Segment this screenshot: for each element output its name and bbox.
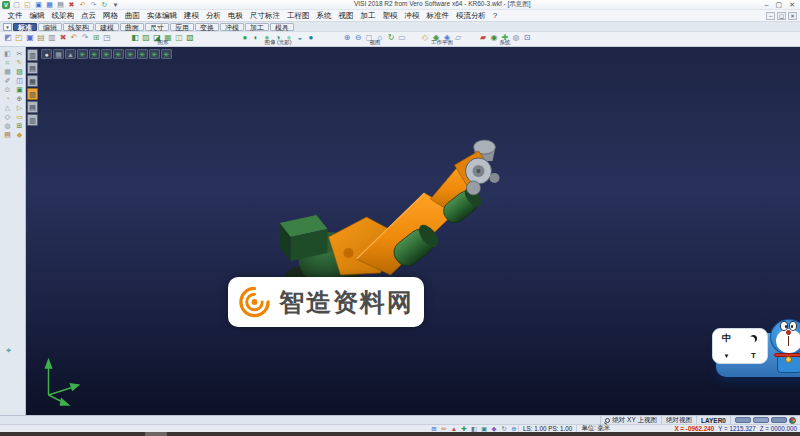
toolbar-tab[interactable]: 编辑 bbox=[38, 23, 62, 31]
toolbar-tab[interactable]: 尺寸 bbox=[145, 23, 169, 31]
menu-item[interactable]: 加工 bbox=[357, 11, 379, 21]
filter-icon[interactable]: ◍ bbox=[511, 33, 521, 43]
workplane-xy-icon[interactable]: ◇ bbox=[420, 33, 430, 43]
ime-text-tool-icon[interactable]: T bbox=[751, 351, 756, 360]
delete-icon[interactable]: ✖ bbox=[58, 33, 68, 43]
robot-model-3d[interactable] bbox=[26, 47, 800, 415]
menu-item[interactable]: 系统 bbox=[313, 11, 335, 21]
3d-viewport[interactable]: ▥▤▦▥▤▥ ●▦▲✳✳✳✳✳✳✳✳ bbox=[26, 47, 800, 415]
layer-filter-icon[interactable]: ✳ bbox=[149, 49, 160, 59]
menu-item[interactable]: 建模 bbox=[181, 11, 203, 21]
view-mode-segment[interactable]: 绝对 XY 上视图 bbox=[600, 416, 661, 424]
point-icon[interactable]: ⊙ bbox=[3, 86, 12, 94]
target-icon[interactable]: ⊕ bbox=[510, 425, 518, 432]
refresh-icon[interactable]: ↻ bbox=[500, 425, 508, 432]
menu-item[interactable]: 编辑 bbox=[26, 11, 48, 21]
layer-filter-icon[interactable]: ✳ bbox=[89, 49, 100, 59]
wireframe-icon[interactable]: ◧ bbox=[130, 33, 140, 43]
close-button[interactable]: ✕ bbox=[789, 0, 795, 9]
save-icon[interactable]: ▣ bbox=[25, 33, 35, 43]
open-file-icon[interactable]: ◱ bbox=[23, 0, 32, 9]
pan-icon[interactable]: ▭ bbox=[397, 33, 407, 43]
mask-filter-button[interactable]: ▥ bbox=[27, 49, 38, 61]
mdi-minimize-button[interactable]: – bbox=[766, 12, 775, 20]
zoom-out-icon[interactable]: ⊖ bbox=[353, 33, 363, 43]
mask-solids-button[interactable]: ▤ bbox=[27, 62, 38, 74]
menu-item[interactable]: 实体编辑 bbox=[144, 11, 181, 21]
redo-icon[interactable]: ↷ bbox=[80, 33, 90, 43]
minimize-button[interactable]: – bbox=[765, 0, 769, 9]
hidden-line-icon[interactable]: ▲ bbox=[65, 49, 76, 59]
edit-pencil-icon[interactable]: ✏ bbox=[440, 425, 448, 432]
menu-item[interactable]: 工程图 bbox=[284, 11, 314, 21]
wireframe-view-icon[interactable]: ▦ bbox=[53, 49, 64, 59]
mask-wireframe-button[interactable]: ▤ bbox=[27, 101, 38, 113]
undo-icon[interactable]: ↶ bbox=[78, 0, 87, 9]
menu-item[interactable]: 曲面 bbox=[122, 11, 144, 21]
menu-item[interactable]: 电极 bbox=[225, 11, 247, 21]
undo-icon[interactable]: ↶ bbox=[69, 33, 79, 43]
toolbar-tab[interactable]: 加工 bbox=[245, 23, 269, 31]
mesh-edit-icon[interactable]: ▦ bbox=[3, 68, 12, 76]
diamond-icon[interactable]: ◇ bbox=[3, 113, 12, 121]
print-icon[interactable]: ▤ bbox=[56, 0, 65, 9]
mask-points-button[interactable]: ▥ bbox=[27, 114, 38, 126]
menu-item[interactable]: 视图 bbox=[335, 11, 357, 21]
menu-item[interactable]: 文件 bbox=[4, 11, 26, 21]
properties-icon[interactable]: ◳ bbox=[102, 33, 112, 43]
save-all-icon[interactable]: ▦ bbox=[45, 0, 54, 9]
system-settings-icon[interactable]: ▰ bbox=[478, 33, 488, 43]
workplane-reset-icon[interactable]: ▱ bbox=[453, 33, 463, 43]
mask-faces-button[interactable]: ▦ bbox=[27, 75, 38, 87]
layer-filter-icon[interactable]: ✳ bbox=[101, 49, 112, 59]
rotate-view-icon[interactable]: ↻ bbox=[386, 33, 396, 43]
circle-icon[interactable]: ⊕ bbox=[15, 95, 24, 103]
database-icon[interactable]: ⊡ bbox=[522, 33, 532, 43]
toolbar-tab[interactable]: 变换 bbox=[195, 23, 219, 31]
menu-item[interactable]: 线架构 bbox=[48, 11, 78, 21]
qat-dropdown-icon[interactable]: ▾ bbox=[111, 0, 120, 9]
ucs-widget-icon[interactable]: ⌖ bbox=[6, 345, 11, 356]
shade-icon[interactable]: ▨ bbox=[141, 33, 151, 43]
redo-icon[interactable]: ↷ bbox=[89, 0, 98, 9]
mask-active-button[interactable]: ▥ bbox=[27, 88, 38, 100]
halfshade-icon[interactable]: ◐ bbox=[251, 33, 261, 43]
tab-dropdown-icon[interactable]: ▾ bbox=[3, 23, 12, 31]
layer-filter-icon[interactable]: ✳ bbox=[137, 49, 148, 59]
delete-icon[interactable]: ✖ bbox=[67, 0, 76, 9]
hatch-icon[interactable]: ⌗ bbox=[3, 59, 12, 67]
mdi-restore-button[interactable]: ▢ bbox=[777, 12, 786, 20]
menu-item[interactable]: 尺寸标注 bbox=[247, 11, 284, 21]
save-icon[interactable]: ▣ bbox=[34, 0, 43, 9]
menu-item[interactable]: ? bbox=[490, 11, 501, 21]
shade-mode-icon[interactable]: ◍ bbox=[3, 122, 12, 130]
moon-icon[interactable] bbox=[750, 335, 757, 342]
layer-color-swatch[interactable] bbox=[735, 417, 751, 423]
select-icon[interactable]: ◩ bbox=[3, 33, 13, 43]
ime-toolbox-icon[interactable]: ▼ bbox=[724, 353, 730, 359]
face-icon[interactable]: ◫ bbox=[174, 33, 184, 43]
pencil-icon[interactable]: ✐ bbox=[3, 77, 12, 85]
refresh-icon[interactable]: ↻ bbox=[100, 0, 109, 9]
panel-icon[interactable]: ◫ bbox=[15, 77, 24, 85]
material-icon[interactable]: ● bbox=[306, 33, 316, 43]
toolbar-tab[interactable]: 标准 bbox=[13, 23, 37, 31]
toolbar-tab[interactable]: 曲面 bbox=[120, 23, 144, 31]
region-icon[interactable]: ▣ bbox=[15, 86, 24, 94]
copy-icon[interactable]: ▥ bbox=[47, 33, 57, 43]
add-icon[interactable]: ✚ bbox=[460, 425, 468, 432]
shaded-view-icon[interactable]: ● bbox=[41, 49, 52, 59]
snap-icon[interactable]: ◉ bbox=[489, 33, 499, 43]
layer-segment[interactable]: LAYER0 bbox=[696, 416, 730, 424]
menu-item[interactable]: 标准件 bbox=[423, 11, 453, 21]
grid-snap-icon[interactable]: ⊞ bbox=[15, 122, 24, 130]
flag-icon[interactable]: ▲ bbox=[450, 425, 458, 432]
half-shade-icon[interactable]: ◧ bbox=[470, 425, 478, 432]
view-ref-segment[interactable]: 绝对视图 bbox=[661, 416, 696, 424]
menu-item[interactable]: 冲模 bbox=[401, 11, 423, 21]
zoom-in-icon[interactable]: ⊕ bbox=[342, 33, 352, 43]
toolbar-tab[interactable]: 应用 bbox=[170, 23, 194, 31]
open-icon[interactable]: ◰ bbox=[14, 33, 24, 43]
mdi-close-button[interactable]: ✕ bbox=[788, 12, 797, 20]
toolbar-tab[interactable]: 冲模 bbox=[220, 23, 244, 31]
